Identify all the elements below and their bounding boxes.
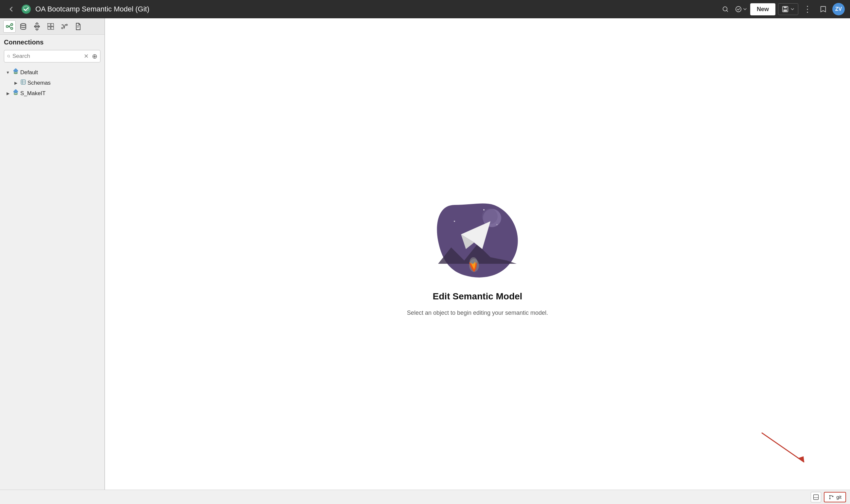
bookmark-button[interactable] — [817, 3, 830, 16]
document-tool-button[interactable] — [72, 20, 84, 33]
svg-point-27 — [454, 221, 455, 222]
welcome-title: Edit Semantic Model — [433, 291, 522, 302]
svg-rect-11 — [51, 23, 54, 26]
svg-point-2 — [736, 6, 741, 12]
tree-label-default: Default — [20, 69, 38, 76]
cloud-db-icon-smakeit — [13, 89, 19, 97]
save-dropdown-button[interactable] — [778, 3, 798, 15]
welcome-container: Edit Semantic Model Select an object to … — [407, 192, 548, 317]
svg-rect-12 — [48, 27, 50, 30]
variable-tool-button[interactable] — [58, 20, 71, 33]
welcome-illustration — [432, 192, 523, 283]
more-options-button[interactable]: ⋮ — [801, 3, 814, 16]
svg-point-28 — [510, 214, 511, 215]
avatar[interactable]: ZV — [832, 3, 845, 15]
svg-point-7 — [11, 23, 13, 25]
tree: ▼ Default ▶ — [4, 67, 101, 99]
svg-rect-5 — [784, 10, 787, 12]
connections-tool-button[interactable] — [3, 20, 16, 33]
search-clear-button[interactable]: ✕ — [84, 53, 89, 60]
svg-point-15 — [62, 28, 63, 29]
svg-point-9 — [21, 23, 26, 25]
svg-line-29 — [762, 433, 804, 462]
table-icon-schemas — [20, 79, 26, 87]
svg-marker-30 — [798, 456, 804, 462]
tree-label-schemas: Schemas — [28, 80, 51, 86]
search-add-button[interactable]: ⊕ — [92, 52, 98, 60]
tree-label-smakeit: S_MakeIT — [20, 90, 46, 97]
sidebar-content: Connections ✕ ⊕ ▼ — [0, 35, 104, 490]
main-layout: Connections ✕ ⊕ ▼ — [0, 18, 850, 490]
move-tool-button[interactable] — [31, 20, 43, 33]
cloud-db-icon-default — [13, 68, 19, 76]
svg-point-6 — [6, 25, 8, 28]
panel-toggle-button[interactable] — [811, 492, 821, 502]
svg-rect-19 — [21, 80, 25, 84]
tree-expand-schemas[interactable]: ▶ — [13, 80, 19, 86]
tree-children-default: ▶ Schemas — [4, 78, 101, 88]
back-button[interactable] — [5, 3, 17, 15]
new-button[interactable]: New — [750, 3, 776, 15]
tree-item-default[interactable]: ▼ Default — [4, 67, 101, 78]
topbar: OA Bootcamp Semantic Model (Git) New — [0, 0, 850, 18]
svg-point-8 — [11, 28, 13, 30]
svg-point-14 — [66, 24, 67, 25]
sidebar: Connections ✕ ⊕ ▼ — [0, 18, 105, 490]
search-icon — [7, 53, 11, 59]
logo-icon — [21, 4, 31, 14]
search-bar: ✕ ⊕ — [4, 50, 101, 62]
welcome-subtitle: Select an object to begin editing your s… — [407, 309, 548, 317]
tree-expand-default[interactable]: ▼ — [4, 69, 11, 76]
search-input[interactable] — [13, 53, 82, 59]
bottombar: git — [0, 490, 850, 504]
svg-point-33 — [829, 498, 831, 499]
tree-item-smakeit[interactable]: ▶ S_MakeIT — [4, 88, 101, 99]
svg-rect-31 — [814, 494, 819, 500]
red-arrow-overlay — [758, 430, 811, 470]
check-dropdown-button[interactable] — [734, 3, 748, 16]
app-logo — [21, 4, 31, 14]
search-button[interactable] — [719, 3, 732, 16]
select-tool-button[interactable] — [45, 20, 57, 33]
main-content: Edit Semantic Model Select an object to … — [105, 18, 850, 490]
svg-point-32 — [829, 495, 831, 496]
svg-rect-10 — [48, 23, 50, 26]
tree-item-schemas[interactable]: ▶ Schemas — [11, 78, 101, 88]
svg-point-26 — [497, 224, 498, 225]
sidebar-toolbar — [0, 18, 104, 35]
svg-point-20 — [14, 93, 17, 94]
git-button[interactable]: git — [824, 492, 846, 502]
page-title: OA Bootcamp Semantic Model (Git) — [35, 5, 149, 13]
database-tool-button[interactable] — [17, 20, 30, 33]
svg-point-25 — [483, 209, 485, 211]
svg-rect-4 — [784, 6, 786, 8]
svg-rect-13 — [51, 27, 54, 30]
tree-expand-smakeit[interactable]: ▶ — [4, 90, 11, 97]
git-icon — [828, 494, 834, 500]
sidebar-heading: Connections — [4, 39, 101, 46]
topbar-actions: New ⋮ ZV — [719, 3, 845, 16]
git-label: git — [836, 494, 842, 500]
